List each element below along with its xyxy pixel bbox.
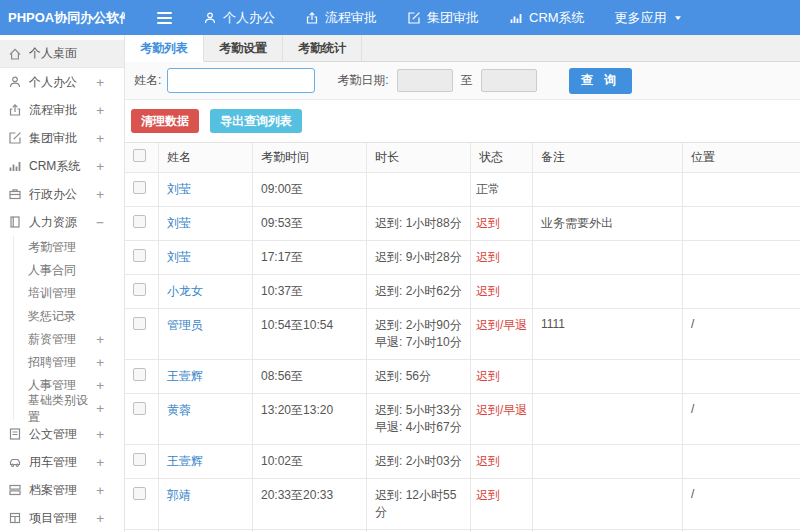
- row-checkbox[interactable]: [133, 249, 146, 262]
- time-cell: 09:00至: [253, 173, 367, 207]
- expand-icon[interactable]: +: [96, 159, 104, 174]
- sidebar-submenu: 考勤管理人事合同培训管理奖惩记录薪资管理+招聘管理+人事管理+基础类别设置+: [13, 236, 124, 420]
- expand-icon[interactable]: +: [96, 511, 104, 526]
- expand-icon[interactable]: +: [96, 131, 104, 146]
- employee-name-link[interactable]: 王壹辉: [167, 454, 203, 468]
- table-row: 刘莹09:53至迟到: 1小时88分迟到业务需要外出: [125, 207, 800, 241]
- expand-icon[interactable]: +: [96, 401, 104, 416]
- status-badge: 迟到: [471, 241, 533, 275]
- sidebar-subitem-label: 招聘管理: [28, 354, 76, 371]
- duration-cell: 迟到: 12小时55分: [367, 479, 471, 530]
- row-checkbox[interactable]: [133, 215, 146, 228]
- name-filter-input[interactable]: [167, 68, 315, 93]
- tab[interactable]: 考勤统计: [283, 35, 362, 61]
- topbar: PHPOA协同办公软件 个人办公流程审批集团审批CRM系统更多应用: [0, 0, 800, 35]
- expand-icon[interactable]: +: [96, 455, 104, 470]
- name-cell: 刘莹: [159, 207, 253, 241]
- row-check-cell: [125, 207, 159, 241]
- employee-name-link[interactable]: 黄蓉: [167, 403, 191, 417]
- row-checkbox[interactable]: [133, 453, 146, 466]
- sidebar-subitem-label: 薪资管理: [28, 331, 76, 348]
- sidebar-subitem[interactable]: 招聘管理+: [28, 351, 124, 374]
- row-checkbox[interactable]: [133, 283, 146, 296]
- status-badge: 迟到: [471, 207, 533, 241]
- sidebar-subitem[interactable]: 培训管理: [28, 282, 124, 305]
- sidebar-subitem[interactable]: 人事合同: [28, 259, 124, 282]
- duration-cell: 迟到: 2小时03分: [367, 445, 471, 479]
- row-checkbox[interactable]: [133, 402, 146, 415]
- sidebar-item[interactable]: 集团审批+: [0, 124, 124, 152]
- employee-name-link[interactable]: 王壹辉: [167, 369, 203, 383]
- tab[interactable]: 考勤列表: [125, 35, 204, 62]
- expand-icon[interactable]: +: [96, 427, 104, 442]
- car-icon: [8, 455, 22, 469]
- topnav-item[interactable]: 集团审批: [392, 0, 494, 35]
- expand-icon[interactable]: +: [96, 483, 104, 498]
- duration-cell: 迟到: 1小时88分: [367, 207, 471, 241]
- location-cell: /: [683, 309, 800, 360]
- row-checkbox[interactable]: [133, 368, 146, 381]
- employee-name-link[interactable]: 郭靖: [167, 488, 191, 502]
- menu-toggle-icon[interactable]: [157, 12, 172, 24]
- employee-name-link[interactable]: 小龙女: [167, 284, 203, 298]
- location-cell: [683, 207, 800, 241]
- sidebar-item[interactable]: 个人桌面: [0, 40, 124, 68]
- date-to-input[interactable]: [481, 69, 537, 92]
- row-checkbox[interactable]: [133, 487, 146, 500]
- expand-icon[interactable]: +: [96, 75, 104, 90]
- duration-cell: 迟到: 9小时28分: [367, 241, 471, 275]
- sidebar-item-label: CRM系统: [29, 158, 80, 175]
- sidebar-item[interactable]: 项目管理+: [0, 504, 124, 532]
- sidebar-item[interactable]: 个人办公+: [0, 68, 124, 96]
- export-list-button[interactable]: 导出查询列表: [210, 109, 302, 133]
- expand-icon[interactable]: +: [96, 103, 104, 118]
- tab[interactable]: 考勤设置: [204, 35, 283, 61]
- app-logo[interactable]: PHPOA协同办公软件: [0, 9, 125, 27]
- sidebar-item-label: 人力资源: [29, 214, 77, 231]
- row-checkbox[interactable]: [133, 181, 146, 194]
- chart-icon: [509, 11, 523, 25]
- status-badge: 迟到: [471, 479, 533, 530]
- sidebar-subitem[interactable]: 考勤管理: [28, 236, 124, 259]
- home-icon: [8, 47, 22, 61]
- row-check-cell: [125, 309, 159, 360]
- sidebar-subitem[interactable]: 基础类别设置+: [28, 397, 124, 420]
- employee-name-link[interactable]: 刘莹: [167, 182, 191, 196]
- clean-data-button[interactable]: 清理数据: [131, 109, 199, 133]
- sidebar-item[interactable]: 档案管理+: [0, 476, 124, 504]
- sidebar-subitem[interactable]: 薪资管理+: [28, 328, 124, 351]
- topnav-item[interactable]: 更多应用: [600, 0, 698, 35]
- column-header-label: 姓名: [167, 150, 191, 164]
- topnav-item[interactable]: 流程审批: [290, 0, 392, 35]
- sidebar-subitem[interactable]: 奖惩记录: [28, 305, 124, 328]
- expand-icon[interactable]: +: [96, 378, 104, 393]
- date-from-input[interactable]: [397, 69, 453, 92]
- topnav-item[interactable]: 个人办公: [188, 0, 290, 35]
- select-all-checkbox[interactable]: [133, 149, 146, 162]
- name-cell: 刘莹: [159, 241, 253, 275]
- sidebar-item-label: 档案管理: [29, 482, 77, 499]
- topnav-item[interactable]: CRM系统: [494, 0, 600, 35]
- row-checkbox[interactable]: [133, 317, 146, 330]
- employee-name-link[interactable]: 管理员: [167, 318, 203, 332]
- status-badge: 迟到/早退: [471, 394, 533, 445]
- employee-name-link[interactable]: 刘莹: [167, 216, 191, 230]
- main-content: 考勤列表考勤设置考勤统计 姓名: 考勤日期: 至 查 询 清理数据 导出查询列表…: [125, 35, 800, 532]
- sidebar-item[interactable]: 流程审批+: [0, 96, 124, 124]
- expand-icon[interactable]: +: [96, 355, 104, 370]
- sidebar-item[interactable]: CRM系统+: [0, 152, 124, 180]
- expand-icon[interactable]: +: [96, 187, 104, 202]
- search-button[interactable]: 查 询: [569, 68, 632, 94]
- sidebar-item[interactable]: 人力资源−: [0, 208, 124, 236]
- column-header: 备注: [533, 143, 683, 173]
- sidebar-item-label: 流程审批: [29, 102, 77, 119]
- remark-cell: [533, 241, 683, 275]
- employee-name-link[interactable]: 刘莹: [167, 250, 191, 264]
- archive-icon: [8, 483, 22, 497]
- row-check-cell: [125, 445, 159, 479]
- collapse-icon[interactable]: −: [96, 215, 104, 230]
- sidebar-item[interactable]: 行政办公+: [0, 180, 124, 208]
- column-header: 位置: [683, 143, 800, 173]
- expand-icon[interactable]: +: [96, 332, 104, 347]
- sidebar-item[interactable]: 用车管理+: [0, 448, 124, 476]
